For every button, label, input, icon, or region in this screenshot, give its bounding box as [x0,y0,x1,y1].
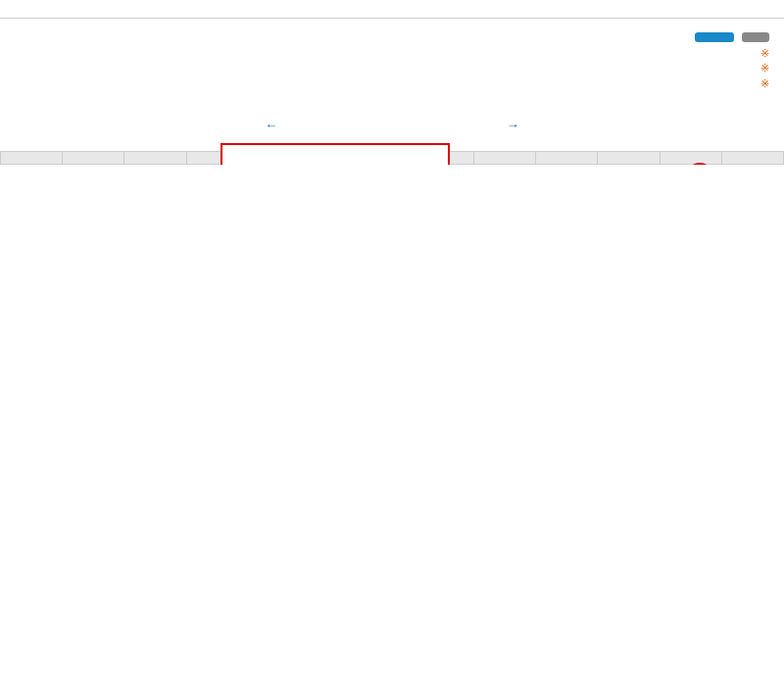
col-amount [473,152,535,165]
page-6[interactable] [407,122,422,129]
page-1[interactable] [293,122,309,129]
col-base [598,152,660,165]
page-5-current[interactable] [384,122,400,129]
csv-export-button[interactable] [695,32,734,42]
annotation-box-1 [220,143,450,165]
prev-page-button[interactable]: ← [257,114,285,136]
header-notes [695,46,769,91]
page-8[interactable] [453,122,468,129]
page-title [0,0,784,19]
col-plan [536,152,598,165]
col-score [721,152,783,165]
page-4[interactable] [362,122,377,129]
col-date [124,152,186,165]
col-no [1,152,63,165]
col-rate [660,152,721,165]
annotation-text-1 [226,149,242,165]
page-3[interactable] [338,122,354,129]
page-2[interactable] [316,122,331,129]
page-9[interactable] [475,122,491,129]
back-to-search-button[interactable] [742,32,769,42]
col-type [63,152,124,165]
page-7[interactable] [430,122,446,129]
next-page-button[interactable]: → [499,114,527,136]
